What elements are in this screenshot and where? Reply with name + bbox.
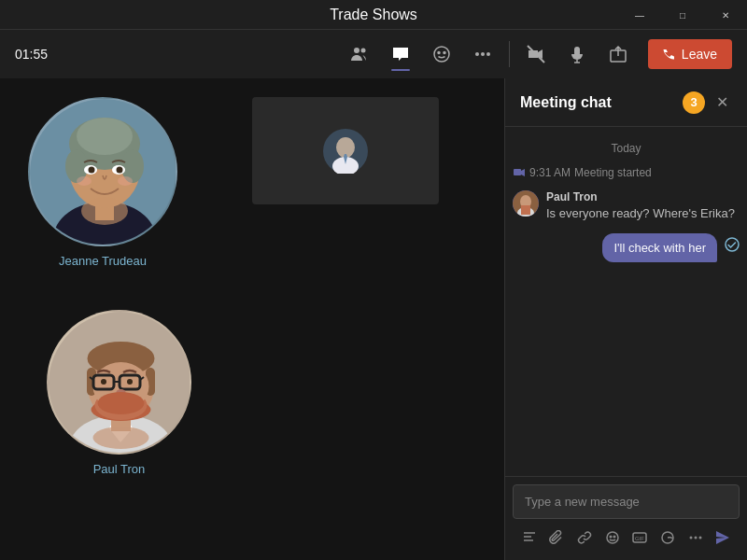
- people-icon: [350, 45, 369, 63]
- svg-point-2: [434, 47, 449, 62]
- paul-name: Paul Tron: [93, 462, 146, 476]
- paul-photo: [49, 312, 191, 455]
- reactions-button[interactable]: [423, 35, 460, 73]
- participant-paul: Paul Tron: [47, 310, 191, 476]
- svg-rect-52: [514, 169, 521, 175]
- mic-button[interactable]: [558, 35, 596, 73]
- small-video-thumbnail: [252, 97, 439, 204]
- sent-check-icon: [725, 237, 740, 255]
- sent-bubble: I'll check with her: [602, 233, 717, 262]
- link-icon: [577, 530, 592, 545]
- svg-point-62: [607, 532, 618, 543]
- sent-message-row: I'll check with her: [513, 230, 740, 262]
- jeanne-photo: [30, 99, 177, 246]
- system-text: Meeting started: [574, 166, 652, 179]
- video-area: Jeanne Trudeau: [0, 78, 504, 560]
- svg-point-27: [81, 197, 128, 225]
- close-button[interactable]: ✕: [704, 0, 747, 30]
- more-chat-button[interactable]: [683, 525, 709, 551]
- mic-icon: [568, 45, 586, 63]
- toolbar-media-group: [517, 35, 637, 73]
- share-button[interactable]: [599, 35, 637, 73]
- chat-panel: Meeting chat 3 ✕ Today 9:31 AM Meeting s…: [504, 78, 747, 560]
- paul-avatar: [47, 310, 191, 455]
- date-divider: Today: [513, 142, 740, 155]
- chat-message-paul: Paul Tron Is everyone ready? Where's Eri…: [513, 190, 740, 222]
- maximize-button[interactable]: □: [661, 0, 704, 30]
- svg-point-64: [613, 536, 615, 538]
- more-button[interactable]: [464, 35, 501, 73]
- attach-icon: [549, 530, 564, 545]
- attach-button[interactable]: [544, 525, 571, 551]
- format-icon: [522, 530, 537, 545]
- sticker-icon: [660, 530, 675, 545]
- window-title: Trade Shows: [330, 7, 417, 23]
- svg-text:GIF: GIF: [635, 536, 644, 541]
- jeanne-name: Jeanne Trudeau: [59, 254, 147, 268]
- svg-point-7: [486, 52, 490, 56]
- camera-button[interactable]: [517, 35, 555, 73]
- svg-point-24: [117, 167, 123, 174]
- gif-button[interactable]: GIF: [627, 525, 654, 551]
- chat-input-area: Type a new message: [505, 476, 747, 560]
- camera-small-icon: [513, 166, 526, 179]
- sticker-button[interactable]: [655, 525, 681, 551]
- main-area: Jeanne Trudeau: [0, 78, 747, 560]
- more-icon: [473, 45, 492, 63]
- participants-button[interactable]: [341, 35, 378, 73]
- window-controls: — □ ✕: [618, 0, 747, 30]
- camera-icon: [527, 45, 545, 63]
- svg-point-6: [481, 52, 485, 56]
- svg-point-68: [689, 537, 692, 539]
- unread-badge: 3: [683, 91, 705, 114]
- system-message: 9:31 AM Meeting started: [513, 166, 740, 179]
- gif-icon: GIF: [632, 530, 647, 545]
- jeanne-avatar: [28, 97, 177, 246]
- leave-label: Leave: [682, 47, 717, 62]
- send-icon: [715, 530, 730, 545]
- svg-point-23: [89, 167, 95, 174]
- system-time: 9:31 AM: [529, 166, 571, 179]
- svg-point-58: [726, 238, 739, 251]
- emoji-chat-button[interactable]: [599, 525, 626, 551]
- svg-point-1: [360, 49, 365, 53]
- paul-msg-text: Is everyone ready? Where's Erika?: [546, 205, 740, 222]
- svg-point-0: [354, 48, 359, 53]
- svg-marker-53: [521, 169, 525, 176]
- svg-point-50: [98, 392, 145, 414]
- title-bar: Trade Shows — □ ✕: [0, 0, 747, 30]
- chat-toolbar: GIF: [513, 519, 740, 553]
- chat-messages: Today 9:31 AM Meeting started: [505, 127, 747, 476]
- toolbar-separator: [509, 41, 510, 67]
- chat-title: Meeting chat: [520, 94, 683, 111]
- meeting-toolbar: 01:55: [0, 30, 747, 78]
- paul-msg-sender: Paul Tron: [546, 190, 740, 203]
- format-button[interactable]: [516, 525, 543, 551]
- toolbar-main-group: [341, 35, 501, 73]
- svg-point-70: [698, 537, 701, 539]
- more-chat-icon: [688, 530, 703, 545]
- small-video-avatar: [323, 129, 368, 174]
- emoji-chat-icon: [605, 530, 620, 545]
- svg-point-51: [93, 427, 149, 449]
- svg-point-69: [694, 537, 697, 539]
- participant-jeanne: Jeanne Trudeau: [28, 97, 177, 268]
- leave-button[interactable]: Leave: [648, 39, 732, 69]
- svg-point-25: [77, 176, 92, 186]
- svg-point-63: [610, 536, 612, 538]
- svg-point-20: [77, 118, 133, 155]
- send-button[interactable]: [710, 525, 736, 551]
- svg-point-3: [438, 52, 440, 54]
- svg-rect-57: [521, 205, 530, 215]
- svg-point-48: [127, 379, 133, 385]
- emoji-icon: [432, 45, 451, 63]
- message-input[interactable]: Type a new message: [513, 484, 740, 519]
- minimize-button[interactable]: —: [618, 0, 661, 30]
- share-icon: [609, 45, 627, 63]
- svg-point-26: [118, 176, 133, 186]
- chat-button[interactable]: [382, 35, 419, 73]
- paul-msg-content: Paul Tron Is everyone ready? Where's Eri…: [546, 190, 740, 222]
- link-button[interactable]: [571, 525, 598, 551]
- svg-point-47: [101, 379, 106, 385]
- close-chat-button[interactable]: ✕: [712, 90, 732, 115]
